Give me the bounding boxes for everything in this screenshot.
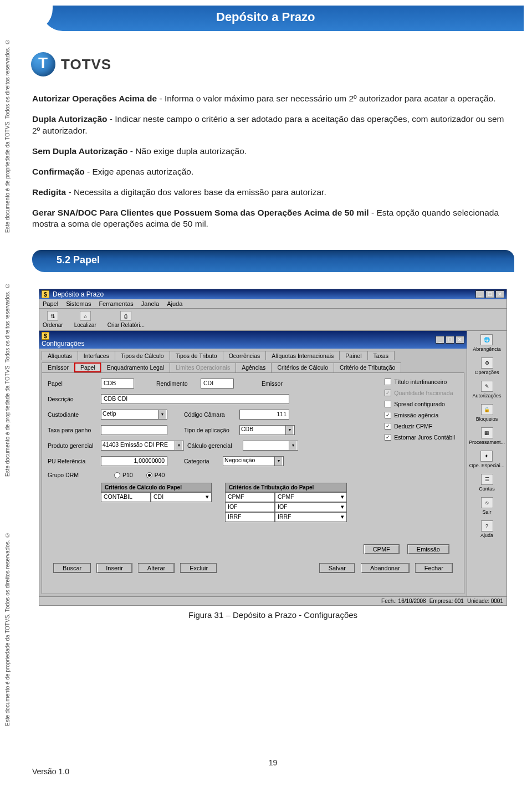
para-confirmacao: Confirmação - Exige apenas autorização. [32, 166, 514, 178]
button-cpmf[interactable]: CPMF [364, 544, 400, 554]
tool-localizar[interactable]: ⌕Localizar [74, 311, 96, 328]
sort-icon: ⇅ [47, 311, 58, 321]
left-column: $ Configurações _ ☐ ✕ Alíquotas Interfac… [39, 331, 467, 596]
maximize-icon[interactable]: ☐ [446, 336, 454, 344]
chevron-down-icon: ▾ [341, 493, 344, 501]
form-area: Papel CDB Rendimento CDI Emissor Descriç… [42, 372, 464, 594]
menu-ferramentas[interactable]: Ferramentas [99, 300, 133, 307]
grid-cell-cpmf-l[interactable]: CPMF [225, 492, 275, 502]
help-icon: ? [481, 520, 493, 532]
tab-ocorrencias[interactable]: Ocorrências [223, 351, 267, 360]
select-categoria[interactable]: Negociação▾ [223, 456, 284, 466]
sidebar-item-contas[interactable]: ☰Contas [479, 474, 495, 492]
tab-limites[interactable]: Limites Operacionais [170, 362, 236, 372]
check-deduzir-cpmf[interactable]: ✓Deduzir CPMF [385, 423, 455, 430]
select-produto-gerencial[interactable]: 41403 Emissão CDI PRE▾ [101, 441, 184, 451]
para-dupla: Dupla Autorização - Indicar neste campo … [32, 114, 514, 137]
menu-papel[interactable]: Papel [43, 300, 58, 307]
checkbox-group: Título interfinanceiro ✓Quantidade fraci… [385, 379, 455, 441]
radio-p10[interactable]: P10 [114, 472, 133, 478]
check-emissao-agencia[interactable]: ✓Emissão agência [385, 412, 455, 418]
tab-taxas[interactable]: Taxas [367, 351, 395, 360]
operations-icon: ⚙ [481, 357, 493, 369]
input-taxa-ganho[interactable] [101, 425, 167, 435]
menu-janela[interactable]: Janela [141, 300, 159, 307]
tab-aliquotas[interactable]: Alíquotas [42, 351, 78, 360]
button-salvar[interactable]: Salvar [319, 563, 355, 573]
sidebar-item-ope-especiais[interactable]: ✦Ope. Especiai... [469, 451, 505, 468]
section-bar-shape [32, 250, 514, 272]
label-categoria: Categoria [184, 458, 223, 464]
grid-cell-irrf-r[interactable]: IRRF▾ [275, 512, 347, 522]
button-fechar[interactable]: Fechar [415, 563, 453, 573]
grid-cell-cpmf-r[interactable]: CPMF▾ [275, 492, 347, 502]
outer-window-title: Depósito a Prazo [53, 290, 104, 298]
button-emissao[interactable]: Emissão [407, 544, 449, 554]
dollar-icon: $ [42, 332, 49, 340]
sidebar-item-sair[interactable]: ⎋Sair [481, 497, 493, 515]
grid-cell-cdi[interactable]: CDI▾ [151, 492, 212, 502]
check-titulo-interfinanceiro[interactable]: Título interfinanceiro [385, 379, 455, 385]
button-alterar[interactable]: Alterar [138, 563, 175, 573]
maximize-icon[interactable]: ☐ [485, 290, 494, 298]
tab-enquadramento[interactable]: Enquadramento Legal [101, 362, 170, 372]
input-rendimento[interactable]: CDI [201, 379, 234, 389]
tab-tipos-calculo[interactable]: Tipos de Cálculo [115, 351, 170, 360]
minimize-icon[interactable]: _ [436, 336, 444, 344]
window-controls: _ ☐ ✕ [475, 290, 504, 298]
sidebar-item-ajuda[interactable]: ?Ajuda [480, 520, 493, 538]
grid-cell-irrf-l[interactable]: IRRF [225, 512, 275, 522]
label-calculo-gerencial: Cálculo gerencial [187, 442, 243, 449]
menu-ajuda[interactable]: Ajuda [167, 300, 182, 307]
footer: Versão 1.0 [32, 767, 514, 776]
tab-emissor[interactable]: Emissor [42, 362, 75, 372]
input-codigo-camara[interactable]: 111 [239, 410, 289, 420]
dollar-icon: $ [42, 290, 49, 298]
grid-cell-iof-l[interactable]: IOF [225, 502, 275, 512]
chevron-down-icon: ▾ [289, 441, 296, 450]
tab-tipos-tributo[interactable]: Tipos de Tributo [170, 351, 223, 360]
select-tipo-aplicacao[interactable]: CDB▾ [239, 425, 295, 435]
tab-papel[interactable]: Papel [74, 362, 101, 372]
status-fech: Fech.: 16/10/2008 [381, 598, 426, 604]
button-buscar[interactable]: Buscar [53, 563, 91, 573]
version-label: Versão 1.0 [32, 767, 69, 776]
menu-sistemas[interactable]: Sistemas [66, 300, 91, 307]
radio-p40[interactable]: P40 [146, 472, 165, 478]
select-calculo-gerencial[interactable]: ▾ [243, 441, 298, 451]
sidebar-item-bloqueios[interactable]: 🔒Bloqueios [476, 404, 498, 422]
grid-cell-iof-r[interactable]: IOF▾ [275, 502, 347, 512]
check-quantidade-fracionada: ✓Quantidade fracionada [385, 390, 455, 396]
check-spread-configurado[interactable]: Spread configurado [385, 401, 455, 407]
tab-criterio-trib[interactable]: Critério de Tributação [334, 362, 401, 372]
button-abandonar[interactable]: Abandonar [361, 563, 410, 573]
grid-cell-contabil[interactable]: CONTABIL [101, 492, 151, 502]
input-pu-referencia[interactable]: 1,00000000 [101, 456, 167, 466]
sidebar-item-operacoes[interactable]: ⚙Operações [474, 357, 499, 375]
tab-aliquotas-int[interactable]: Alíquotas Internacionais [265, 351, 340, 360]
sidebar-item-processamento[interactable]: ▦Processament... [469, 427, 505, 445]
button-inserir[interactable]: Inserir [96, 563, 132, 573]
tool-ordenar[interactable]: ⇅Ordenar [43, 311, 63, 328]
check-estornar-juros[interactable]: ✓Estornar Juros Contábil [385, 434, 455, 441]
button-excluir[interactable]: Excluir [180, 563, 217, 573]
tab-agencias[interactable]: Agências [236, 362, 272, 372]
tab-painel[interactable]: Painel [339, 351, 367, 360]
tab-criterios-calc[interactable]: Critérios de Cálculo [271, 362, 334, 372]
close-icon[interactable]: ✕ [495, 290, 504, 298]
toolbar: ⇅Ordenar ⌕Localizar ⎙Criar Relatóri... [39, 309, 507, 331]
sidebar-item-autorizacoes[interactable]: ✎Autorizações [472, 381, 501, 398]
chevron-down-icon: ▾ [341, 513, 344, 521]
select-custodiante[interactable]: Cetip▾ [101, 410, 167, 420]
tool-criar-relatorio[interactable]: ⎙Criar Relatóri... [108, 311, 145, 328]
figure-caption: Figura 31 – Depósito a Prazo - Configura… [22, 610, 524, 620]
label-produto-gerencial: Produto gerencial [48, 442, 101, 449]
input-papel[interactable]: CDB [101, 379, 134, 389]
label-papel: Papel [48, 380, 101, 387]
page: Depósito a Prazo TOTVS Autorizar Operaçõ… [22, 0, 524, 787]
tab-interfaces[interactable]: Interfaces [78, 351, 115, 360]
close-icon[interactable]: ✕ [456, 336, 464, 344]
sidebar-item-abrangencia[interactable]: 🌐Abrangência [473, 334, 501, 352]
minimize-icon[interactable]: _ [475, 290, 484, 298]
input-descricao[interactable]: CDB CDI [101, 394, 289, 404]
